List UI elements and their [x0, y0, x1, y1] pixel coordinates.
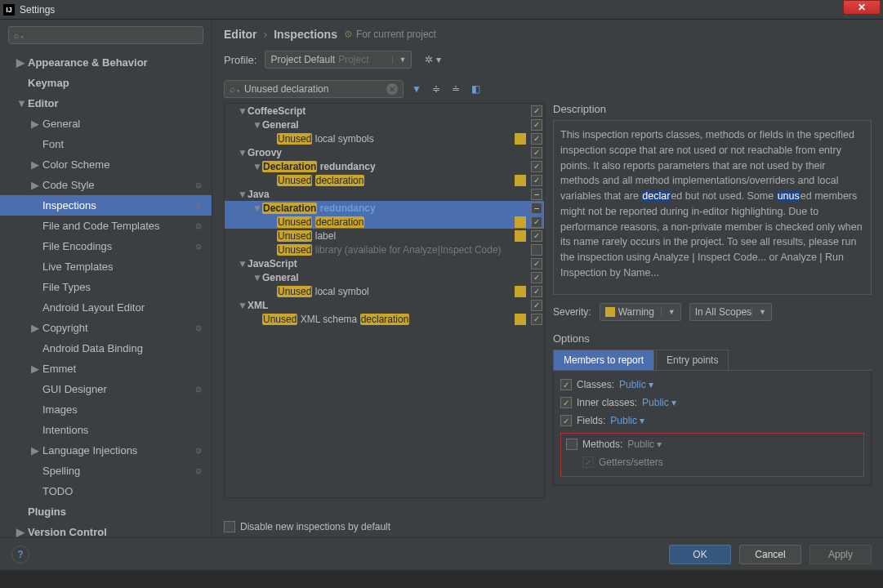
sidebar-item[interactable]: Images [0, 399, 212, 420]
chevron-down-icon: ▼ [392, 56, 407, 64]
inspection-row[interactable]: Unused library (available for Analyze|In… [225, 243, 544, 256]
chevron-down-icon: ▼ [751, 308, 766, 316]
sidebar-item[interactable]: ▶Color Scheme [0, 154, 212, 175]
inspection-row[interactable]: ▼Java– [225, 187, 544, 201]
sidebar-item[interactable]: ▶Code Style⛭ [0, 175, 212, 195]
sidebar-item[interactable]: Font [0, 134, 212, 154]
inspection-row[interactable]: ▼Declaration redundancy– [225, 201, 544, 215]
titlebar: IJ Settings ✕ [0, 0, 883, 20]
app-logo: IJ [3, 4, 15, 16]
sidebar-item[interactable]: Inspections⛭ [0, 195, 212, 216]
options-heading: Options [553, 332, 872, 345]
sidebar-item[interactable]: GUI Designer⛭ [0, 379, 212, 399]
dialog-footer: ? OK Cancel Apply [0, 537, 883, 570]
inspection-row[interactable]: Unused local symbol✓ [225, 284, 544, 298]
sidebar-item[interactable]: File Types [0, 277, 212, 297]
sidebar-item[interactable]: ▶Version Control [0, 522, 212, 537]
inspection-row[interactable]: Unused declaration✓ [225, 173, 544, 187]
settings-tree: ▶Appearance & BehaviorKeymap▼Editor▶Gene… [0, 51, 212, 537]
inner-classes-checkbox[interactable]: ✓ [560, 397, 572, 408]
project-badge: ⚙ For current project [344, 29, 436, 40]
inspection-row[interactable]: ▼CoffeeScript✓ [225, 104, 544, 118]
methods-highlight-box: Methods:Public ▾ ✓ Getters/setters [560, 433, 864, 477]
sidebar-item[interactable]: Live Templates [0, 256, 212, 277]
inspection-row[interactable]: Unused XML schema declaration✓ [225, 312, 544, 326]
window-title: Settings [20, 4, 55, 16]
inspection-row[interactable]: ▼Declaration redundancy✓ [225, 159, 544, 173]
sidebar-item[interactable]: Intentions [0, 420, 212, 440]
sidebar-item[interactable]: ▶Copyright⛭ [0, 318, 212, 338]
getters-checkbox[interactable]: ✓ [582, 457, 594, 468]
settings-sidebar: ⌕▾ ▶Appearance & BehaviorKeymap▼Editor▶G… [0, 20, 212, 537]
classes-visibility-link[interactable]: Public ▾ [619, 379, 653, 390]
methods-checkbox[interactable] [566, 439, 578, 450]
reset-icon[interactable]: ◧ [469, 82, 482, 96]
options-body: ✓ Classes:Public ▾ ✓ Inner classes:Publi… [553, 371, 872, 486]
sidebar-search-input[interactable]: ⌕▾ [8, 26, 203, 44]
sidebar-item[interactable]: Keymap [0, 73, 212, 93]
inspection-row[interactable]: Unused local symbols✓ [225, 131, 544, 145]
inner-visibility-link[interactable]: Public ▾ [642, 397, 676, 408]
sidebar-item[interactable]: ▶Emmet [0, 359, 212, 379]
severity-label: Severity: [553, 306, 591, 318]
expand-all-icon[interactable]: ≑ [430, 82, 443, 96]
cancel-button[interactable]: Cancel [739, 545, 801, 564]
fields-checkbox[interactable]: ✓ [560, 415, 572, 426]
disable-new-checkbox[interactable] [224, 521, 235, 532]
sidebar-item[interactable]: File and Code Templates⛭ [0, 216, 212, 236]
tab-members-to-report[interactable]: Members to report [553, 350, 654, 370]
chevron-down-icon: ▼ [661, 308, 676, 316]
disable-new-label: Disable new inspections by default [240, 521, 390, 532]
sidebar-item[interactable]: Android Layout Editor [0, 297, 212, 318]
inspection-row[interactable]: ▼General✓ [225, 270, 544, 284]
collapse-all-icon[interactable]: ≐ [449, 82, 462, 96]
sidebar-item[interactable]: TODO [0, 481, 212, 501]
description-heading: Description [553, 103, 872, 115]
sidebar-item[interactable]: Plugins [0, 501, 212, 522]
search-icon: ⌕▾ [14, 30, 25, 40]
filter-icon[interactable]: ▼ [410, 82, 423, 96]
sidebar-item[interactable]: File Encodings⛭ [0, 236, 212, 256]
chevron-right-icon: › [263, 28, 267, 41]
methods-visibility-link[interactable]: Public ▾ [627, 439, 662, 450]
description-box: This inspection reports classes, methods… [553, 120, 872, 295]
apply-button[interactable]: Apply [809, 545, 872, 564]
inspection-row[interactable]: ▼Groovy✓ [225, 145, 544, 159]
sidebar-item[interactable]: ▼Editor [0, 93, 212, 114]
sidebar-item[interactable]: ▶General [0, 114, 212, 134]
inspections-tree: ▼CoffeeScript✓▼General✓Unused local symb… [224, 103, 545, 498]
help-button[interactable]: ? [11, 546, 29, 564]
wrench-icon: ⚙ [344, 29, 353, 40]
crumb-inspections: Inspections [274, 28, 337, 41]
profile-gear-button[interactable]: ✲ ▾ [420, 54, 445, 65]
inspection-filter-input[interactable]: ⌕▾ Unused declaration ✕ [224, 80, 404, 98]
breadcrumb: Editor › Inspections ⚙ For current proje… [224, 28, 872, 41]
inspection-row[interactable]: Unused label✓ [225, 229, 544, 243]
tab-entry-points[interactable]: Entry points [656, 350, 729, 370]
inspection-row[interactable]: ▼XML✓ [225, 298, 544, 312]
fields-visibility-link[interactable]: Public ▾ [610, 415, 644, 426]
scope-combo[interactable]: In All Scopes ▼ [689, 303, 772, 321]
search-icon: ⌕▾ [230, 83, 241, 95]
classes-checkbox[interactable]: ✓ [560, 379, 572, 390]
clear-filter-button[interactable]: ✕ [386, 83, 398, 95]
warning-icon [605, 307, 615, 317]
ok-button[interactable]: OK [669, 545, 731, 564]
sidebar-item[interactable]: Android Data Binding [0, 338, 212, 359]
close-button[interactable]: ✕ [843, 0, 881, 15]
options-tabs: Members to report Entry points [553, 350, 872, 371]
sidebar-item[interactable]: ▶Language Injections⛭ [0, 440, 212, 461]
inspection-row[interactable]: ▼General✓ [225, 118, 544, 131]
sidebar-item[interactable]: Spelling⛭ [0, 461, 212, 481]
profile-combo[interactable]: Project Default Project ▼ [265, 51, 412, 69]
severity-combo[interactable]: Warning ▼ [600, 303, 681, 321]
inspection-row[interactable]: Unused declaration✓ [225, 215, 544, 229]
crumb-editor[interactable]: Editor [224, 28, 256, 41]
inspection-row[interactable]: ▼JavaScript✓ [225, 256, 544, 270]
sidebar-item[interactable]: ▶Appearance & Behavior [0, 52, 212, 73]
profile-label: Profile: [224, 54, 256, 66]
